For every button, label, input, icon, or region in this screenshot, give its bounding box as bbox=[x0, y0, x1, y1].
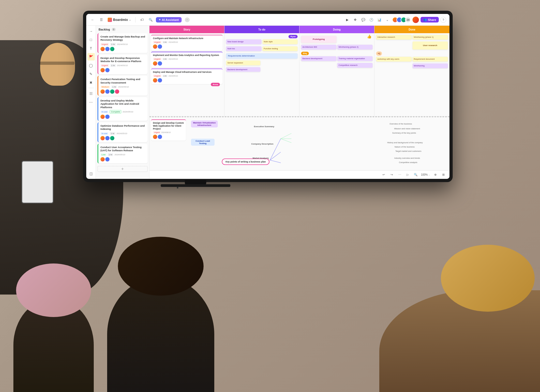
tool-table[interactable]: ☷ bbox=[87, 90, 95, 97]
sticky-backend[interactable]: Backend development bbox=[226, 67, 260, 72]
story-card-3[interactable]: Deploy and Manage Cloud Infrastructure a… bbox=[151, 69, 223, 84]
sticky-new-board[interactable]: New board design bbox=[226, 39, 261, 44]
fit-button[interactable]: ⊞ bbox=[440, 172, 446, 178]
todo-stickies-grid: New board design Note style Nutri tes Fu… bbox=[226, 39, 298, 52]
backlog-card-4[interactable]: Develop and Deploy Mobile Application fo… bbox=[98, 97, 148, 121]
card-avatars bbox=[100, 115, 145, 119]
sticky-wireframing-done[interactable]: Wireframing bbox=[412, 63, 448, 68]
cursor-button[interactable]: ✥ bbox=[352, 17, 358, 23]
avatar bbox=[110, 89, 114, 94]
tool-eraser[interactable]: ✖ bbox=[87, 79, 95, 86]
tag-button[interactable]: 🏷 bbox=[139, 17, 145, 23]
sticky-backend-dev[interactable]: Backend development bbox=[301, 56, 336, 61]
story-card-1[interactable]: Configure and Maintain Network Infrastru… bbox=[151, 35, 223, 50]
monitor-indicator-dot bbox=[177, 187, 178, 189]
tool-pen[interactable]: ✎ bbox=[87, 70, 95, 78]
chart-button[interactable]: 📊 bbox=[376, 17, 382, 23]
sidebar-header: Backlog 8 bbox=[98, 28, 148, 31]
avatar bbox=[153, 78, 157, 82]
sticky-requirement-doc[interactable]: Requirement document bbox=[412, 57, 448, 62]
tool-more[interactable]: ⋯ bbox=[87, 98, 95, 106]
audience-person-3-head bbox=[441, 245, 535, 312]
tag-time: 1 hr bbox=[108, 153, 114, 156]
tag-in-use: In-use bbox=[100, 132, 108, 135]
date: 2024/05/10 bbox=[168, 75, 178, 77]
backlog-card-6[interactable]: Conduct User Acceptance Testing (UAT) fo… bbox=[98, 144, 148, 164]
zoom-in-button[interactable]: ⊕ bbox=[432, 172, 438, 178]
tag-urgent: Urgent bbox=[100, 64, 109, 67]
sticky-server[interactable]: Server expansion bbox=[226, 61, 260, 65]
story-card-title: Configure and Maintain Network Infrastru… bbox=[153, 37, 221, 40]
history-button[interactable]: 🕐 bbox=[368, 17, 374, 23]
sticky-wireframing2[interactable]: Wireframing (phase 2) bbox=[337, 45, 373, 50]
doing-grid: Prototyping Architecture 800 Wireframing… bbox=[301, 36, 373, 51]
avatar bbox=[105, 136, 110, 140]
sticky-wireframing1[interactable]: Wireframing (phase 1) bbox=[412, 35, 448, 40]
leaf-overview: Overview of the business bbox=[389, 123, 412, 125]
sticky-requirements[interactable]: Requirements determination bbox=[226, 53, 298, 59]
more-button[interactable]: ⌄ bbox=[384, 17, 391, 23]
mindmap-card-meta: Urgent 2024/08/10 bbox=[153, 131, 184, 134]
current-user-avatar[interactable] bbox=[412, 17, 419, 23]
done-row-2: +1 bbox=[376, 51, 448, 56]
svg-line-5 bbox=[281, 139, 291, 143]
add-card-button[interactable]: + bbox=[98, 166, 148, 172]
share-button[interactable]: 👥 Share bbox=[421, 17, 439, 22]
sticky-workshop[interactable]: workshop with key users bbox=[376, 57, 412, 62]
cursor-tool[interactable]: ▷ bbox=[405, 172, 411, 178]
tool-text[interactable]: T bbox=[87, 44, 95, 52]
sticky-prototyping[interactable]: Prototyping bbox=[301, 36, 336, 43]
expand-button[interactable]: › bbox=[185, 17, 190, 22]
help-button[interactable]: ? bbox=[440, 17, 446, 23]
sticky-training[interactable]: Training material organisation bbox=[337, 56, 373, 61]
audience-person-1-wrap bbox=[16, 263, 91, 317]
tag: Urgent bbox=[153, 41, 162, 44]
redo-button[interactable]: ↪ bbox=[389, 172, 395, 178]
mindmap-central-node[interactable]: Key points of writing a business plan bbox=[222, 159, 269, 165]
ai-assistant-button[interactable]: ✦ AI Assistant bbox=[156, 17, 181, 22]
node-virtualization[interactable]: Maintain Virtualization Infrastructure bbox=[191, 120, 218, 127]
tool-sticky[interactable]: 🚩 bbox=[87, 53, 95, 61]
backlog-card-2[interactable]: Design and Develop Responsive Website fo… bbox=[98, 55, 148, 74]
backlog-card-1[interactable]: Create and Manage Data Backup and Recove… bbox=[98, 33, 148, 53]
back-button[interactable]: ← bbox=[89, 17, 96, 23]
node-load-testing[interactable]: Conduct Load Testing bbox=[191, 139, 215, 146]
tool-frame[interactable]: □ bbox=[87, 36, 95, 43]
play-button[interactable]: ▶ bbox=[344, 17, 350, 23]
sticky-note-style[interactable]: Note style bbox=[262, 39, 298, 44]
card-avatars bbox=[100, 136, 145, 140]
zoom-out-button[interactable]: 🔍 bbox=[413, 172, 419, 178]
grid-button[interactable]: ⋯ bbox=[397, 172, 403, 178]
card-meta: Urgent 1 hr 2024/05/10 bbox=[100, 64, 145, 67]
card-date: 2024/05/10 bbox=[117, 43, 128, 46]
tool-shape[interactable]: ◯ bbox=[87, 62, 95, 69]
backlog-card-3[interactable]: Conduct Penetration Testing and Security… bbox=[98, 76, 148, 96]
mindmap-project-card[interactable]: Design and Develop Custom Web Applicatio… bbox=[151, 119, 186, 141]
sticky-function[interactable]: Function testing bbox=[262, 46, 298, 51]
story-card-meta: Urgent 1 hr 2024/05/10 bbox=[153, 41, 221, 44]
avatar bbox=[115, 89, 119, 94]
avatar bbox=[158, 61, 162, 66]
search-button[interactable]: 🔍 bbox=[147, 17, 154, 23]
audience-person-2-head bbox=[118, 237, 204, 296]
story-column: Story Configure and Maintain Network Inf… bbox=[149, 26, 224, 116]
tag-time: 1 hr bbox=[110, 132, 115, 135]
date: 2024/05/10 bbox=[168, 41, 178, 43]
ai-icon: ✦ bbox=[159, 18, 161, 21]
undo-button[interactable]: ↩ bbox=[381, 172, 387, 178]
doing-col-body: 👍 Prototyping Architecture 800 Wireframi… bbox=[299, 33, 374, 116]
tool-screen[interactable]: ◫ bbox=[87, 170, 95, 177]
avatar-count: 24 bbox=[405, 17, 411, 23]
sticky-user-research[interactable]: User research bbox=[412, 42, 448, 50]
sticky-architecture[interactable]: Architecture 800 bbox=[301, 45, 336, 50]
chat-button[interactable]: 💬 bbox=[360, 17, 366, 23]
sticky-nutri[interactable]: Nutri tes bbox=[226, 46, 261, 51]
sticky-competitive[interactable]: Competitive research bbox=[337, 63, 373, 68]
person-glasses bbox=[40, 62, 74, 65]
story-card-2[interactable]: Implement and Monitor Data Analytics and… bbox=[151, 52, 223, 67]
main-area: → □ T 🚩 ◯ ✎ ✖ ☷ ⋯ ◫ Backlog 8 bbox=[86, 26, 449, 179]
menu-button[interactable]: ☰ bbox=[98, 17, 104, 23]
sticky-interactive[interactable]: Interactive research bbox=[376, 35, 412, 40]
backlog-card-5[interactable]: Optimize Database Performance and Indexi… bbox=[98, 122, 148, 142]
tool-cursor[interactable]: → bbox=[87, 27, 95, 35]
